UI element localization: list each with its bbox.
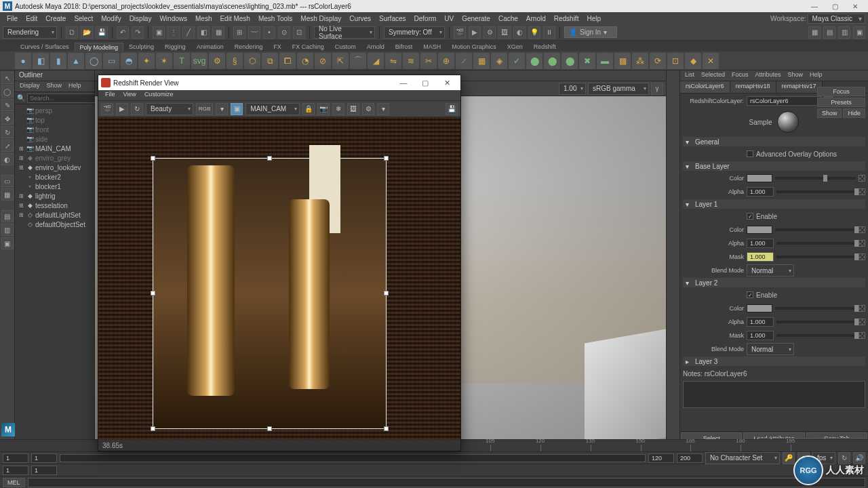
map-button-icon[interactable] bbox=[859, 319, 865, 325]
viewport-colorspace-combo[interactable]: sRGB gamma bbox=[588, 83, 649, 95]
outliner-item[interactable]: 📷side bbox=[15, 134, 94, 144]
bevel-icon[interactable]: ◢ bbox=[368, 53, 384, 69]
section-general[interactable]: ▾General bbox=[683, 137, 865, 146]
render-view-icon[interactable]: 🖼 bbox=[498, 26, 511, 39]
open-scene-icon[interactable]: 📂 bbox=[81, 26, 93, 39]
workspace-combo[interactable]: Maya Classic bbox=[808, 14, 865, 24]
save-scene-icon[interactable]: 💾 bbox=[96, 26, 108, 39]
redo-icon[interactable]: ↷ bbox=[132, 26, 144, 39]
combine-icon[interactable]: ⧉ bbox=[262, 53, 278, 69]
shelf-tab[interactable]: Custom bbox=[330, 42, 361, 52]
menu-generate[interactable]: Generate bbox=[458, 14, 494, 24]
rs-render-icon[interactable]: 🎬 bbox=[101, 103, 113, 115]
charset-combo[interactable]: No Character Set bbox=[705, 452, 780, 464]
undo-icon[interactable]: ↶ bbox=[117, 26, 129, 39]
sculpt-spray-icon[interactable]: ⁂ bbox=[632, 53, 648, 69]
render-settings-icon[interactable]: ⚙ bbox=[484, 26, 496, 39]
range-in-field[interactable]: 1 bbox=[31, 466, 57, 475]
material-swatch[interactable] bbox=[777, 111, 799, 133]
outliner-item[interactable]: 📷persp bbox=[15, 106, 94, 115]
shelf-tab[interactable]: Arnold bbox=[361, 42, 390, 52]
range-start-field[interactable]: 1 bbox=[3, 466, 28, 475]
menu-redshift[interactable]: Redshift bbox=[550, 14, 583, 24]
layer2-alpha-field[interactable]: 1.000 bbox=[747, 317, 774, 327]
smooth-icon[interactable]: ◔ bbox=[297, 53, 313, 69]
advanced-overlay-check[interactable] bbox=[747, 150, 753, 157]
menu-modify[interactable]: Modify bbox=[97, 14, 125, 24]
poly-cube-icon[interactable]: ◧ bbox=[33, 53, 49, 69]
attr-tab[interactable]: remapHsv17 bbox=[776, 81, 823, 93]
section-layer1[interactable]: ▾Layer 1 bbox=[683, 199, 865, 209]
paint-select-icon[interactable]: ✎ bbox=[1, 99, 14, 111]
viewport-frame-field[interactable]: 1.00 bbox=[559, 83, 586, 95]
presets-button[interactable]: Presets bbox=[817, 98, 865, 107]
map-button-icon[interactable] bbox=[859, 175, 865, 182]
sculpt-repeat-icon[interactable]: ⟳ bbox=[650, 53, 666, 69]
map-button-icon[interactable] bbox=[859, 305, 865, 312]
rs-menu-file[interactable]: File bbox=[101, 90, 119, 100]
mirror-icon[interactable]: ⇋ bbox=[385, 53, 401, 69]
poly-platonic-icon[interactable]: ✦ bbox=[138, 53, 155, 69]
layer1-color-slider[interactable] bbox=[775, 228, 856, 231]
layout-1-icon[interactable]: ▦ bbox=[808, 26, 821, 39]
crease-icon[interactable]: ◈ bbox=[491, 53, 507, 69]
layout-custom-icon[interactable]: ▣ bbox=[1, 237, 14, 249]
outliner-tree[interactable]: 📷persp📷top📷front📷side⊞📷MAIN_CAM⊞◆enviro_… bbox=[15, 104, 94, 445]
base-alpha-field[interactable]: 1.000 bbox=[747, 187, 774, 197]
symmetry-combo[interactable]: Symmetry: Off bbox=[384, 26, 445, 39]
layout-2-icon[interactable]: ▤ bbox=[823, 26, 835, 39]
attr-menu-selected[interactable]: Selected bbox=[698, 70, 728, 81]
map-button-icon[interactable] bbox=[859, 240, 865, 247]
menu-create[interactable]: Create bbox=[41, 14, 70, 24]
layout-4-icon[interactable]: ▣ bbox=[853, 26, 865, 39]
sculpt-grab-icon[interactable]: ⬤ bbox=[561, 53, 578, 69]
rs-settings-icon[interactable]: ⚙ bbox=[362, 103, 374, 115]
map-button-icon[interactable] bbox=[859, 332, 865, 339]
menu-arnold[interactable]: Arnold bbox=[522, 14, 550, 24]
snap-grid-icon[interactable]: ⊞ bbox=[233, 26, 245, 39]
outliner-item[interactable]: 📷top bbox=[15, 115, 94, 125]
shelf-tab[interactable]: Redshift bbox=[528, 42, 561, 52]
bridge-icon[interactable]: ⌒ bbox=[350, 53, 366, 69]
sculpt-pinch-icon[interactable]: ✖ bbox=[579, 53, 595, 69]
layer1-mask-field[interactable]: 1.000 bbox=[747, 252, 774, 262]
shelf-tab[interactable]: FX bbox=[268, 42, 287, 52]
rs-freeze-icon[interactable]: ❄ bbox=[332, 103, 344, 115]
attr-menu-list[interactable]: List bbox=[682, 70, 698, 81]
select-face-icon[interactable]: ◧ bbox=[197, 26, 210, 39]
show-button[interactable]: Show bbox=[817, 108, 842, 118]
base-alpha-slider[interactable] bbox=[776, 190, 856, 193]
time-track[interactable] bbox=[60, 454, 646, 462]
redshift-render-view[interactable]: Redshift Render View — ▢ ✕ File View Cus… bbox=[98, 75, 461, 451]
menu-help[interactable]: Help bbox=[583, 14, 605, 24]
shelf-tab-active[interactable]: Poly Modeling bbox=[75, 43, 124, 52]
live-surface-combo[interactable]: No Live Surface bbox=[314, 26, 375, 39]
lasso-tool-icon[interactable]: ◯ bbox=[1, 85, 14, 98]
snap-view-icon[interactable]: ⊡ bbox=[293, 26, 305, 39]
signin-button[interactable]: Sign In ▾ bbox=[564, 26, 617, 38]
poly-cylinder-icon[interactable]: ▮ bbox=[50, 53, 66, 69]
rs-menu-customize[interactable]: Customize bbox=[140, 90, 178, 100]
sculpt-scrape-icon[interactable]: ✕ bbox=[703, 53, 719, 69]
menu-windows[interactable]: Windows bbox=[155, 14, 191, 24]
layer2-mask-field[interactable]: 1.000 bbox=[747, 331, 774, 340]
rs-lock-icon[interactable]: 🔒 bbox=[302, 103, 315, 115]
shelf-tab[interactable]: Rendering bbox=[229, 42, 269, 52]
select-obj-icon[interactable]: ▣ bbox=[153, 26, 165, 39]
outliner-item[interactable]: ◇defaultObjectSet bbox=[15, 220, 94, 229]
rs-maximize-button[interactable]: ▢ bbox=[414, 76, 436, 89]
shelf-tab[interactable]: Sculpting bbox=[123, 42, 159, 52]
rotate-tool-icon[interactable]: ↻ bbox=[1, 126, 14, 138]
menu-mesh[interactable]: Mesh bbox=[191, 14, 216, 24]
multicut-icon[interactable]: ✂ bbox=[420, 53, 437, 69]
rs-channel-icon[interactable]: ▾ bbox=[216, 103, 228, 115]
poly-cone-icon[interactable]: ▲ bbox=[68, 53, 84, 69]
outliner-item[interactable]: ⊞📷MAIN_CAM bbox=[15, 144, 94, 153]
shelf-tab[interactable]: Curves / Surfaces bbox=[15, 42, 75, 52]
outliner-item[interactable]: ⊞◆lightrig bbox=[15, 191, 94, 201]
rs-minimize-button[interactable]: — bbox=[393, 76, 414, 89]
outliner-menu-display[interactable]: Display bbox=[16, 81, 43, 92]
outliner-item[interactable]: ⊞◆enviro_lookdev bbox=[15, 163, 94, 172]
poly-svg-icon[interactable]: svg bbox=[191, 53, 208, 69]
focus-button[interactable]: Focus bbox=[817, 94, 865, 96]
